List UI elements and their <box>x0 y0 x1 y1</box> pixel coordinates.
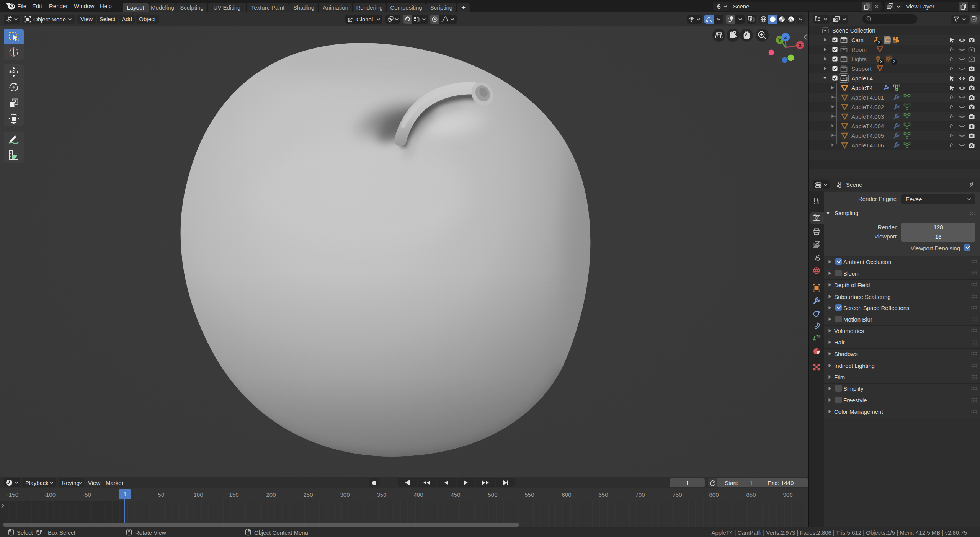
svg-text:X: X <box>799 42 802 48</box>
svg-text:Z: Z <box>784 34 787 40</box>
svg-text:Y: Y <box>778 37 782 43</box>
